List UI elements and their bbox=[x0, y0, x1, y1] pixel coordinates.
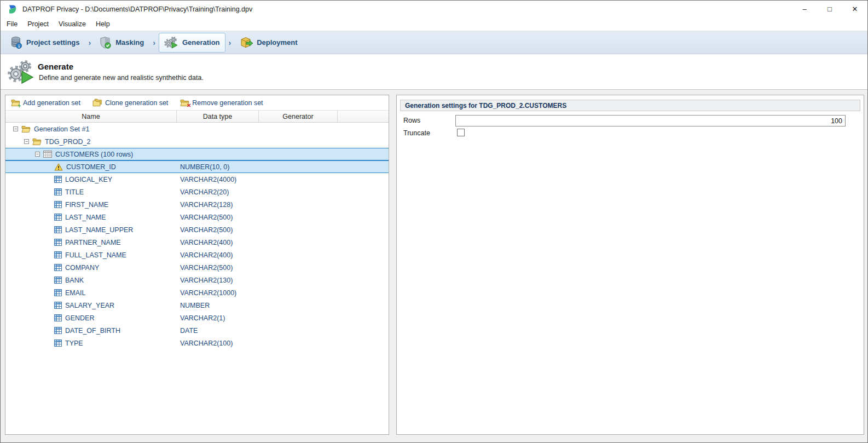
tree-row[interactable]: DATE_OF_BIRTH DATE bbox=[5, 324, 389, 337]
maximize-button[interactable]: □ bbox=[817, 1, 842, 18]
tree-node-label: GENDER bbox=[65, 314, 94, 322]
tree-row[interactable]: BANK VARCHAR2(130) bbox=[5, 274, 389, 286]
tree-row[interactable]: GENDER VARCHAR2(1) bbox=[5, 312, 389, 324]
tree-row[interactable]: EMAIL VARCHAR2(1000) bbox=[5, 286, 389, 299]
tree-row[interactable]: LAST_NAME_UPPER VARCHAR2(500) bbox=[5, 223, 389, 236]
tree-node-label: LAST_NAME bbox=[65, 214, 106, 221]
tree-row[interactable]: Generation Set #1 bbox=[5, 123, 389, 135]
column-icon bbox=[54, 327, 62, 334]
expand-toggle[interactable] bbox=[24, 139, 29, 144]
content-area: ＋ Add generation set Clone generation se… bbox=[1, 90, 867, 442]
expand-toggle[interactable] bbox=[13, 126, 18, 131]
tree-node-label: LAST_NAME_UPPER bbox=[65, 226, 133, 234]
tree-node-label: Generation Set #1 bbox=[34, 125, 89, 133]
tree-node-datatype: VARCHAR2(20) bbox=[180, 188, 229, 196]
breadcrumb-separator: › bbox=[225, 38, 235, 47]
menu-visualize[interactable]: Visualize bbox=[54, 18, 91, 31]
shield-check-icon bbox=[100, 36, 112, 49]
tree-row[interactable]: LAST_NAME VARCHAR2(500) bbox=[5, 211, 389, 223]
generation-set-toolbar: ＋ Add generation set Clone generation se… bbox=[5, 95, 389, 111]
column-header-name[interactable]: Name bbox=[5, 111, 177, 122]
menu-help[interactable]: Help bbox=[91, 18, 115, 31]
generation-settings-panel: Generation settings for TDG_PROD_2.CUSTO… bbox=[396, 95, 864, 435]
wizard-step-project-settings[interactable]: i Project settings bbox=[5, 33, 85, 53]
tree-row[interactable]: CUSTOMERS (100 rows) bbox=[5, 148, 389, 160]
tree-row[interactable]: SALARY_YEAR NUMBER bbox=[5, 299, 389, 312]
wizard-step-label: Masking bbox=[115, 38, 144, 47]
menu-file[interactable]: File bbox=[2, 18, 22, 31]
tree-row[interactable]: TITLE VARCHAR2(20) bbox=[5, 186, 389, 198]
tree-node-datatype: VARCHAR2(400) bbox=[180, 239, 233, 246]
tree-row[interactable]: TDG_PROD_2 bbox=[5, 135, 389, 148]
column-icon bbox=[54, 314, 62, 321]
expand-toggle[interactable] bbox=[35, 152, 40, 157]
tree-node-datatype: VARCHAR2(1000) bbox=[180, 289, 236, 297]
tree-node-label: COMPANY bbox=[65, 264, 99, 272]
tree-table-header: Name Data type Generator bbox=[5, 111, 389, 123]
gears-play-icon bbox=[164, 36, 178, 49]
generation-settings-title: Generation settings for TDG_PROD_2.CUSTO… bbox=[400, 100, 860, 111]
add-generation-set-button[interactable]: ＋ Add generation set bbox=[11, 99, 80, 107]
remove-generation-set-button[interactable]: ✕ Remove generation set bbox=[180, 99, 263, 107]
tree-node-datatype: VARCHAR2(500) bbox=[180, 214, 233, 221]
add-generation-set-label: Add generation set bbox=[23, 99, 80, 107]
column-icon bbox=[54, 264, 62, 271]
tree-node-datatype: VARCHAR2(1) bbox=[180, 314, 225, 322]
remove-generation-set-label: Remove generation set bbox=[192, 99, 263, 107]
wizard-step-generation[interactable]: Generation bbox=[159, 33, 225, 53]
plus-badge-icon: ＋ bbox=[16, 103, 22, 108]
truncate-checkbox[interactable] bbox=[457, 129, 465, 136]
table-icon bbox=[43, 151, 52, 158]
close-button[interactable]: ✕ bbox=[842, 1, 867, 18]
title-bar: DATPROF Privacy - D:\Documents\DATPROF\P… bbox=[1, 1, 867, 18]
tree-node-datatype: NUMBER bbox=[180, 302, 210, 309]
minimize-button[interactable]: – bbox=[792, 1, 817, 18]
tree-row[interactable]: FULL_LAST_NAME VARCHAR2(400) bbox=[5, 249, 389, 261]
page-title: Generate bbox=[38, 62, 73, 71]
column-header-empty bbox=[338, 111, 389, 122]
page-header: Generate Define and generate new and rea… bbox=[1, 54, 867, 90]
tree-node-label: FULL_LAST_NAME bbox=[65, 251, 126, 259]
tree-node-datatype: VARCHAR2(500) bbox=[180, 264, 233, 272]
wizard-step-deployment[interactable]: Deployment bbox=[234, 33, 303, 53]
column-icon bbox=[54, 340, 62, 347]
tree-row[interactable]: CUSTOMER_ID NUMBER(10, 0) bbox=[5, 160, 389, 173]
tree-node-label: EMAIL bbox=[65, 289, 86, 297]
app-window: DATPROF Privacy - D:\Documents\DATPROF\P… bbox=[0, 0, 868, 443]
warning-icon bbox=[54, 163, 63, 171]
tree-node-datatype: VARCHAR2(130) bbox=[180, 277, 233, 284]
column-icon bbox=[54, 251, 62, 258]
tree-node-label: DATE_OF_BIRTH bbox=[65, 327, 120, 335]
tree-row[interactable]: LOGICAL_KEY VARCHAR2(4000) bbox=[5, 173, 389, 186]
tree-row[interactable]: PARTNER_NAME VARCHAR2(400) bbox=[5, 236, 389, 249]
rows-label: Rows bbox=[403, 117, 420, 124]
wizard-step-label: Project settings bbox=[26, 38, 80, 47]
column-icon bbox=[54, 289, 62, 296]
wizard-step-masking[interactable]: Masking bbox=[94, 33, 149, 53]
tree-row[interactable]: FIRST_NAME VARCHAR2(128) bbox=[5, 198, 389, 211]
tree-node-label: CUSTOMERS (100 rows) bbox=[55, 151, 133, 158]
tree-node-label: SALARY_YEAR bbox=[65, 302, 114, 309]
tree-node-datatype: DATE bbox=[180, 327, 198, 335]
menu-bar: File Project Visualize Help bbox=[1, 18, 867, 31]
truncate-label: Truncate bbox=[403, 129, 430, 137]
tree-rows: Generation Set #1 bbox=[5, 123, 389, 434]
rows-input[interactable] bbox=[455, 115, 846, 126]
column-header-generator[interactable]: Generator bbox=[259, 111, 338, 122]
tree-row[interactable]: COMPANY VARCHAR2(500) bbox=[5, 261, 389, 274]
column-icon bbox=[54, 188, 62, 195]
wizard-step-label: Deployment bbox=[257, 38, 297, 47]
column-icon bbox=[54, 201, 62, 208]
tree-node-datatype: VARCHAR2(4000) bbox=[180, 176, 236, 183]
page-subtitle: Define and generate new and realistic sy… bbox=[39, 74, 204, 82]
clone-generation-set-button[interactable]: Clone generation set bbox=[92, 99, 168, 107]
tree-node-label: FIRST_NAME bbox=[65, 201, 108, 209]
package-arrow-icon bbox=[240, 36, 253, 49]
menu-project[interactable]: Project bbox=[22, 18, 54, 31]
tree-row[interactable]: TYPE VARCHAR2(100) bbox=[5, 337, 389, 349]
wizard-nav: i Project settings › Masking › bbox=[1, 31, 867, 54]
column-header-datatype[interactable]: Data type bbox=[177, 111, 259, 122]
wizard-step-label: Generation bbox=[182, 38, 220, 47]
folder-clone-icon bbox=[92, 99, 102, 107]
tree-node-label: CUSTOMER_ID bbox=[66, 163, 116, 171]
